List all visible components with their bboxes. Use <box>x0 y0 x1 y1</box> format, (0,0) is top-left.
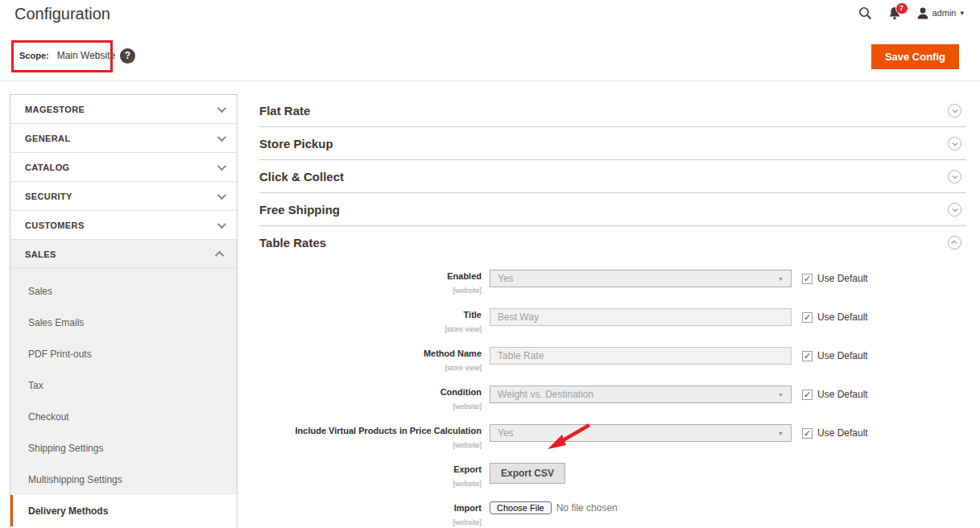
sidebar-section-security[interactable]: SECURITY <box>10 182 237 211</box>
save-config-button[interactable]: Save Config <box>871 44 959 69</box>
form-row-import: Import [website] Choose File No file cho… <box>259 501 968 528</box>
accordion-free-shipping[interactable]: Free Shipping <box>259 193 966 226</box>
sidebar-item-sales[interactable]: Sales <box>10 275 237 307</box>
header-actions: 7 admin ▾ <box>858 3 965 23</box>
dropdown-arrow-icon: ▼ <box>778 276 784 282</box>
config-sidebar: MAGESTORE GENERAL CATALOG SECURITY CUSTO… <box>10 94 238 528</box>
search-icon <box>858 6 872 20</box>
admin-username: admin <box>932 8 957 18</box>
field-scope: [website] <box>453 402 482 410</box>
accordion-table-rates[interactable]: Table Rates <box>259 226 966 259</box>
sidebar-item-sales-emails[interactable]: Sales Emails <box>10 307 237 338</box>
sidebar-item-tax[interactable]: Tax <box>10 369 237 401</box>
form-row-export: Export [website] Export CSV <box>259 463 968 489</box>
field-label: Export <box>259 464 482 475</box>
field-scope: [website] <box>453 518 482 526</box>
configuration-page: Configuration 7 admin ▾ Scope: <box>0 0 980 528</box>
title-input[interactable] <box>490 308 792 326</box>
chevron-up-icon <box>215 250 224 259</box>
notifications-button[interactable]: 7 <box>888 6 901 20</box>
field-scope: [store view] <box>445 364 482 372</box>
expand-chevron-icon[interactable] <box>948 203 961 217</box>
use-default-checkbox[interactable]: ✓ <box>802 274 813 284</box>
include-virtual-select[interactable]: Yes ▼ <box>490 424 792 442</box>
field-label: Include Virtual Products in Price Calcul… <box>259 426 482 436</box>
accordion-click-collect[interactable]: Click & Collect <box>259 160 966 193</box>
sidebar-item-multishipping-settings[interactable]: Multishipping Settings <box>10 464 237 495</box>
scope-selector[interactable]: Main Website ▾ <box>57 50 124 61</box>
chevron-down-icon <box>217 103 226 112</box>
use-default-label: Use Default <box>817 427 868 439</box>
chevron-down-icon: ▾ <box>960 10 964 17</box>
dropdown-arrow-icon: ▼ <box>778 392 784 398</box>
sidebar-section-general[interactable]: GENERAL <box>10 124 237 153</box>
sidebar-item-pdf-print-outs[interactable]: PDF Print-outs <box>10 338 237 369</box>
condition-select[interactable]: Weight vs. Destination ▼ <box>490 386 792 403</box>
chevron-down-icon <box>217 132 226 141</box>
use-default-checkbox[interactable]: ✓ <box>802 428 813 439</box>
form-row-title: Title [store view] ✓ Use Default <box>259 308 968 335</box>
scope-value: Main Website <box>57 50 115 61</box>
field-scope: [store view] <box>445 325 482 333</box>
user-icon <box>917 7 928 19</box>
accordion-store-pickup[interactable]: Store Pickup <box>259 127 966 160</box>
divider <box>0 80 980 81</box>
sidebar-section-customers[interactable]: CUSTOMERS <box>10 211 237 240</box>
field-scope: [website] <box>453 480 482 488</box>
scope-bar: Scope: Main Website ▾ ? Save Config <box>0 32 980 80</box>
sidebar-section-sales[interactable]: SALES <box>10 240 237 269</box>
scope-label: Scope: <box>19 51 49 60</box>
choose-file-button[interactable]: Choose File <box>490 501 552 514</box>
sidebar-section-magestore[interactable]: MAGESTORE <box>10 95 237 124</box>
table-rates-form: Enabled [website] Yes ▼ ✓ Use Default Ti… <box>259 270 968 528</box>
export-csv-button[interactable]: Export CSV <box>490 463 565 484</box>
page-title: Configuration <box>14 5 110 23</box>
use-default-checkbox[interactable]: ✓ <box>802 351 813 361</box>
expand-chevron-icon[interactable] <box>948 104 961 118</box>
sidebar-item-shipping-settings[interactable]: Shipping Settings <box>10 432 237 464</box>
form-row-enabled: Enabled [website] Yes ▼ ✓ Use Default <box>259 270 968 296</box>
chevron-down-icon <box>217 219 226 228</box>
collapse-chevron-icon[interactable] <box>948 236 961 250</box>
sales-subnav: Sales Sales Emails PDF Print-outs Tax Ch… <box>10 269 237 526</box>
use-default-checkbox[interactable]: ✓ <box>802 312 813 323</box>
search-button[interactable] <box>858 6 872 20</box>
expand-chevron-icon[interactable] <box>948 170 961 184</box>
accordion-flat-rate[interactable]: Flat Rate <box>259 94 966 127</box>
field-scope: [website] <box>453 441 482 449</box>
enabled-select[interactable]: Yes ▼ <box>490 270 792 287</box>
dropdown-arrow-icon: ▼ <box>778 431 784 436</box>
field-label: Condition <box>259 387 482 398</box>
admin-menu[interactable]: admin ▾ <box>917 7 965 19</box>
chevron-down-icon <box>217 190 226 199</box>
use-default-label: Use Default <box>817 273 868 284</box>
form-row-include-virtual: Include Virtual Products in Price Calcul… <box>259 424 968 451</box>
use-default-label: Use Default <box>817 311 868 323</box>
field-label: Method Name <box>259 349 482 359</box>
sidebar-item-checkout[interactable]: Checkout <box>10 401 237 432</box>
form-row-method-name: Method Name [store view] ✓ Use Default <box>259 347 968 373</box>
use-default-label: Use Default <box>817 389 868 400</box>
file-status-text: No file chosen <box>556 502 618 514</box>
help-button[interactable]: ? <box>120 48 135 64</box>
expand-chevron-icon[interactable] <box>948 137 961 151</box>
field-label: Title <box>259 310 482 320</box>
config-accordion: Flat Rate Store Pickup Click & Collect F… <box>259 94 966 259</box>
use-default-label: Use Default <box>817 350 868 361</box>
use-default-checkbox[interactable]: ✓ <box>802 390 813 400</box>
form-row-condition: Condition [website] Weight vs. Destinati… <box>259 386 968 412</box>
field-label: Enabled <box>259 271 482 282</box>
sidebar-section-catalog[interactable]: CATALOG <box>10 153 237 182</box>
sidebar-item-delivery-methods[interactable]: Delivery Methods <box>10 495 237 526</box>
method-name-input[interactable] <box>490 347 792 365</box>
field-scope: [website] <box>453 287 482 295</box>
field-label: Import <box>259 503 482 514</box>
notification-badge: 7 <box>895 2 908 14</box>
chevron-down-icon <box>217 161 226 170</box>
